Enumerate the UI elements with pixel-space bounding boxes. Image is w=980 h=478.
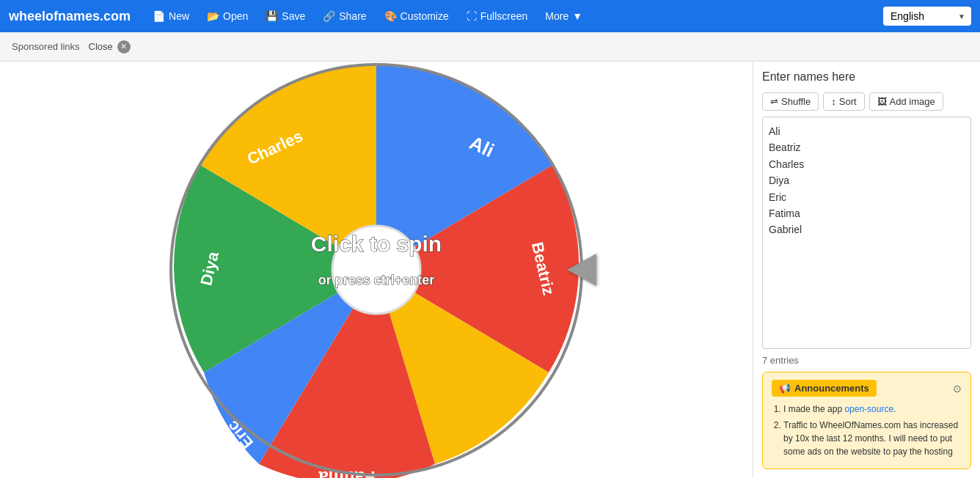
- share-icon: 🔗: [323, 10, 335, 22]
- announcements-box: 📢 Announcements ⊙ I made the app open-so…: [762, 372, 971, 469]
- language-selector-wrapper: English Spanish French German Portuguese: [883, 7, 971, 26]
- more-chevron-icon: ▼: [572, 10, 582, 22]
- sort-icon: ↕: [831, 96, 836, 107]
- shuffle-label: Shuffle: [781, 96, 811, 107]
- wheel-pointer: [567, 254, 596, 286]
- announcements-label: Announcements: [794, 383, 869, 394]
- sponsored-text: Sponsored links: [12, 41, 80, 52]
- image-icon: 🖼: [877, 96, 887, 107]
- brand-logo: wheelofnames.com: [9, 9, 131, 24]
- wheel-area[interactable]: Ali Beatriz Gabriel Fatima Eric Diya C: [0, 62, 753, 478]
- close-label: Close: [89, 41, 113, 52]
- more-button[interactable]: More ▼: [538, 6, 590, 26]
- save-icon: 💾: [266, 10, 278, 22]
- announcements-header: 📢 Announcements ⊙: [772, 380, 962, 397]
- panel-title: Enter names here: [762, 70, 971, 84]
- new-label: New: [169, 10, 189, 22]
- wheel-container[interactable]: Ali Beatriz Gabriel Fatima Eric Diya C: [164, 57, 589, 478]
- share-label: Share: [339, 10, 366, 22]
- more-label: More: [545, 10, 568, 22]
- names-textarea[interactable]: Ali Beatriz Charles Diya Eric Fatima Gab…: [762, 117, 971, 349]
- fullscreen-button[interactable]: ⛶ Fullscreen: [459, 6, 535, 26]
- fullscreen-icon: ⛶: [467, 10, 477, 22]
- language-selector[interactable]: English Spanish French German Portuguese: [883, 7, 971, 26]
- customize-button[interactable]: 🎨 Customize: [377, 6, 456, 26]
- main-content: Ali Beatriz Gabriel Fatima Eric Diya C: [0, 62, 980, 478]
- open-label: Open: [223, 10, 248, 22]
- open-source-link[interactable]: open-source: [844, 404, 893, 414]
- open-icon: 📂: [207, 10, 219, 22]
- announcements-title-button[interactable]: 📢 Announcements: [772, 380, 877, 397]
- megaphone-icon: 📢: [779, 383, 791, 394]
- entries-count: 7 entries: [762, 355, 971, 366]
- add-image-label: Add image: [890, 96, 935, 107]
- close-sponsored-button[interactable]: Close ✕: [89, 40, 131, 54]
- close-icon: ✕: [117, 40, 131, 54]
- add-image-button[interactable]: 🖼 Add image: [869, 92, 943, 111]
- announcements-list: I made the app open-source. Traffic to W…: [772, 402, 962, 458]
- announcement-item-1: I made the app open-source.: [783, 402, 962, 416]
- announcement-item-2: Traffic to WheelOfNames.com has increase…: [783, 419, 962, 458]
- save-label: Save: [282, 10, 305, 22]
- new-icon: 📄: [153, 10, 165, 22]
- customize-icon: 🎨: [384, 10, 397, 22]
- app-header: wheelofnames.com 📄 New 📂 Open 💾 Save 🔗 S…: [0, 0, 980, 32]
- customize-label: Customize: [401, 10, 449, 22]
- svg-text:Click to spin: Click to spin: [311, 232, 442, 256]
- svg-text:or press ctrl+enter: or press ctrl+enter: [318, 273, 435, 287]
- fullscreen-label: Fullscreen: [480, 10, 528, 22]
- new-button[interactable]: 📄 New: [145, 6, 197, 26]
- right-panel: Enter names here ⇌ Shuffle ↕ Sort 🖼 Add …: [753, 62, 980, 478]
- panel-toolbar: ⇌ Shuffle ↕ Sort 🖼 Add image: [762, 92, 971, 111]
- sort-button[interactable]: ↕ Sort: [823, 92, 864, 111]
- sort-label: Sort: [839, 96, 857, 107]
- shuffle-icon: ⇌: [770, 96, 778, 107]
- save-button[interactable]: 💾 Save: [258, 6, 312, 26]
- share-button[interactable]: 🔗 Share: [315, 6, 373, 26]
- shuffle-button[interactable]: ⇌ Shuffle: [762, 92, 819, 111]
- wheel-svg[interactable]: Ali Beatriz Gabriel Fatima Eric Diya C: [164, 57, 589, 478]
- open-button[interactable]: 📂 Open: [200, 6, 255, 26]
- announcements-collapse-button[interactable]: ⊙: [953, 383, 962, 394]
